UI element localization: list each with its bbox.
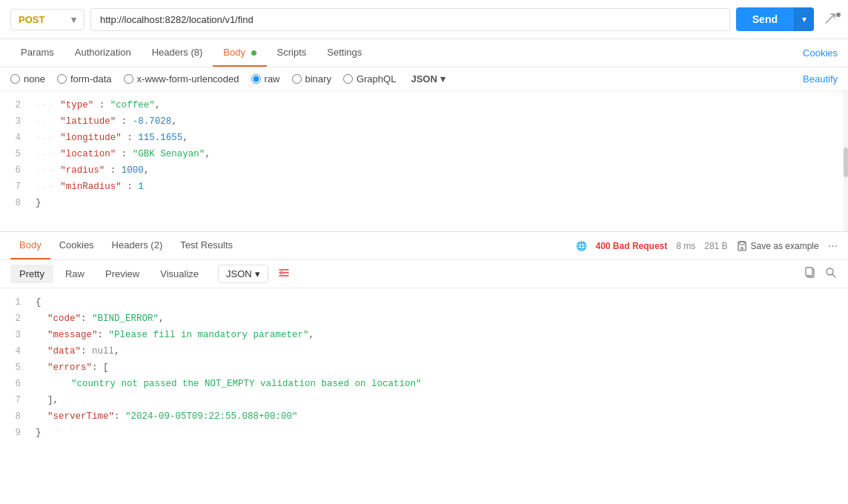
url-bar: POST ▾ Send ▾	[0, 0, 848, 39]
response-editor: 1 2 3 4 5 6 7 8 9 { "code": "BIND_ERROR"…	[0, 288, 848, 447]
body-options: none form-data x-www-form-urlencoded raw…	[0, 67, 848, 91]
resp-tab-body[interactable]: Body	[10, 232, 50, 259]
response-tabs-bar: Body Cookies Headers (2) Test Results 🌐 …	[0, 232, 848, 260]
option-urlencoded[interactable]: x-www-form-urlencoded	[124, 73, 239, 84]
request-scrollbar-thumb	[844, 147, 848, 177]
tab-settings[interactable]: Settings	[317, 39, 372, 67]
format-tab-raw[interactable]: Raw	[56, 265, 93, 283]
tab-authorization[interactable]: Authorization	[64, 39, 142, 67]
option-raw[interactable]: raw	[251, 73, 280, 84]
request-line-numbers: 2 3 4 5 6 7 8	[0, 94, 27, 214]
response-action-icons	[804, 266, 838, 282]
beautify-button[interactable]: Beautify	[803, 73, 838, 84]
svg-rect-1	[740, 242, 744, 245]
send-button-group: Send ▾	[736, 7, 814, 31]
search-response-button[interactable]	[824, 266, 838, 282]
resize-dot	[836, 13, 841, 17]
format-tab-visualize[interactable]: Visualize	[151, 265, 208, 283]
json-format-select[interactable]: JSON ▾	[411, 73, 445, 84]
send-dropdown-button[interactable]: ▾	[794, 7, 814, 31]
request-tabs: Params Authorization Headers (8) Body Sc…	[0, 39, 848, 67]
json-format-chevron-icon: ▾	[440, 73, 445, 84]
svg-line-10	[832, 274, 835, 277]
globe-icon: 🌐	[576, 241, 587, 251]
svg-rect-8	[806, 268, 812, 276]
tab-body[interactable]: Body	[213, 39, 266, 67]
filter-icon[interactable]	[277, 266, 291, 282]
method-chevron-icon: ▾	[71, 14, 76, 25]
response-size: 281 B	[704, 241, 727, 251]
cookies-link[interactable]: Cookies	[803, 40, 838, 66]
more-options-button[interactable]: ···	[828, 239, 838, 253]
response-time: 8 ms	[676, 241, 695, 251]
response-format-bar: Pretty Raw Preview Visualize JSON ▾	[0, 260, 848, 288]
request-code-content[interactable]: ··· "type" : "coffee", ··· "latitude" : …	[27, 94, 848, 214]
send-button[interactable]: Send	[736, 7, 794, 31]
response-meta: 🌐 400 Bad Request 8 ms 281 B Save as exa…	[576, 239, 838, 253]
format-tab-preview[interactable]: Preview	[96, 265, 148, 283]
option-none[interactable]: none	[10, 73, 45, 84]
resp-tab-test-results[interactable]: Test Results	[171, 232, 242, 259]
body-active-dot	[251, 50, 256, 56]
status-badge: 400 Bad Request	[596, 241, 668, 251]
format-tab-pretty[interactable]: Pretty	[10, 265, 53, 283]
response-format-chevron-icon: ▾	[255, 268, 260, 279]
resp-tab-headers[interactable]: Headers (2)	[103, 232, 172, 259]
save-icon	[737, 241, 747, 251]
tab-headers[interactable]: Headers (8)	[142, 39, 213, 67]
response-json-select[interactable]: JSON ▾	[218, 265, 268, 283]
svg-point-6	[280, 271, 282, 273]
method-select[interactable]: POST ▾	[10, 9, 85, 30]
resize-icon[interactable]	[824, 13, 838, 26]
resp-tab-cookies[interactable]: Cookies	[50, 232, 103, 259]
option-form-data[interactable]: form-data	[57, 73, 112, 84]
url-input[interactable]	[90, 8, 730, 31]
copy-response-button[interactable]	[804, 266, 817, 282]
option-graphql[interactable]: GraphQL	[343, 73, 396, 84]
request-scrollbar[interactable]	[844, 91, 848, 231]
request-editor: 2 3 4 5 6 7 8 ··· "type" : "coffee", ···…	[0, 91, 848, 232]
option-binary[interactable]: binary	[292, 73, 331, 84]
response-line-numbers: 1 2 3 4 5 6 7 8 9	[0, 291, 27, 444]
response-code-content[interactable]: { "code": "BIND_ERROR", "message": "Plea…	[27, 291, 848, 444]
svg-point-2	[741, 247, 743, 249]
tab-params[interactable]: Params	[10, 39, 64, 67]
method-label: POST	[19, 14, 44, 25]
tab-scripts[interactable]: Scripts	[267, 39, 317, 67]
save-as-example-button[interactable]: Save as example	[737, 241, 819, 251]
